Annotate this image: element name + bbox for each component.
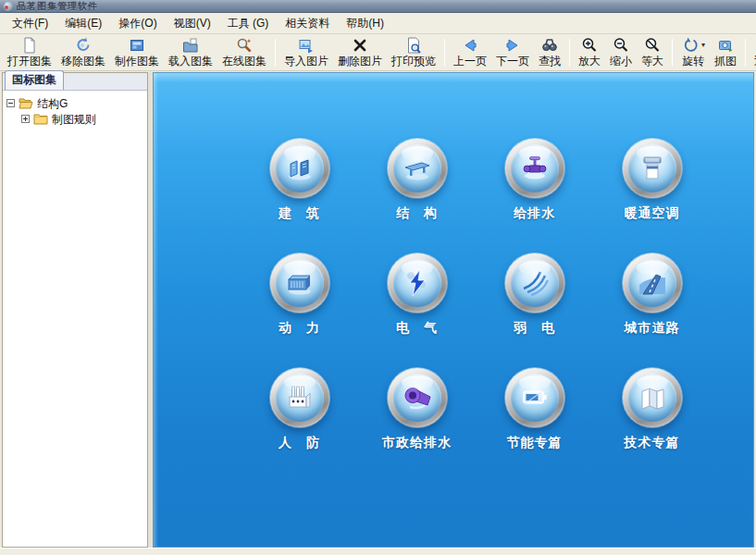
statusbar bbox=[0, 548, 756, 555]
titlebar: 品茗图集管理软件 bbox=[0, 0, 756, 13]
toolbar: 打开图集 移除图集 制作图集 载入图集 在线图集 bbox=[0, 34, 756, 71]
category-button-building[interactable]: 建 筑 bbox=[241, 139, 358, 222]
menu-related-docs[interactable]: 相关资料 bbox=[277, 13, 338, 34]
urban-road-icon bbox=[634, 265, 671, 302]
actual-size-button[interactable]: 等大 bbox=[637, 34, 668, 70]
toolbar-separator bbox=[275, 39, 276, 67]
actual-size-icon bbox=[643, 36, 662, 55]
tree-node-structure-g[interactable]: 结构G bbox=[6, 95, 143, 111]
next-page-button[interactable]: 下一页 bbox=[491, 34, 534, 70]
load-atlas-label: 载入图集 bbox=[168, 55, 213, 68]
make-atlas-label: 制作图集 bbox=[115, 55, 159, 68]
category-button-urban-road[interactable]: 城市道路 bbox=[593, 253, 711, 337]
plumbing-icon bbox=[516, 150, 553, 187]
menu-edit[interactable]: 编辑(E) bbox=[56, 13, 110, 34]
category-label: 人 防 bbox=[279, 435, 320, 451]
orb bbox=[388, 368, 447, 427]
open-atlas-icon bbox=[20, 36, 39, 55]
make-atlas-button[interactable]: 制作图集 bbox=[110, 34, 164, 70]
load-atlas-button[interactable]: 载入图集 bbox=[164, 34, 217, 70]
category-grid: 建 筑 结 构 给排水 bbox=[241, 139, 711, 451]
civil-defense-icon bbox=[281, 379, 318, 416]
menubar: 文件(F) 编辑(E) 操作(O) 视图(V) 工具 (G) 相关资料 帮助(H… bbox=[0, 13, 756, 34]
main-area: 国标图集 结构G 制图规则 bbox=[0, 71, 756, 548]
expand-icon[interactable] bbox=[21, 115, 30, 123]
toolbar-separator bbox=[444, 39, 445, 67]
category-button-structure[interactable]: 结 构 bbox=[358, 139, 476, 222]
category-button-hvac[interactable]: 暖通空调 bbox=[593, 139, 711, 222]
toolbar-separator bbox=[672, 39, 673, 67]
tab-national-standard-atlas[interactable]: 国标图集 bbox=[5, 70, 64, 90]
zoom-in-button[interactable]: 放大 bbox=[574, 34, 605, 70]
collapse-icon[interactable] bbox=[6, 99, 15, 107]
orb bbox=[505, 253, 564, 313]
app-logo-icon bbox=[4, 2, 13, 11]
open-atlas-button[interactable]: 打开图集 bbox=[3, 34, 56, 70]
power-icon bbox=[281, 265, 318, 302]
category-button-electrical[interactable]: 电 气 bbox=[358, 253, 476, 337]
menu-operate[interactable]: 操作(O) bbox=[110, 13, 165, 34]
category-button-power[interactable]: 动 力 bbox=[241, 253, 358, 337]
delete-image-button[interactable]: 删除图片 bbox=[333, 34, 387, 70]
capture-button[interactable]: 抓图 bbox=[710, 34, 741, 70]
category-button-technical[interactable]: 技术专篇 bbox=[593, 368, 711, 451]
actual-size-label: 等大 bbox=[641, 55, 663, 68]
tree-node-drawing-rules[interactable]: 制图规则 bbox=[6, 111, 143, 127]
category-label: 给排水 bbox=[514, 205, 555, 222]
municipal-plumbing-icon bbox=[399, 379, 436, 416]
category-label: 弱 电 bbox=[514, 320, 555, 337]
menu-tools[interactable]: 工具 (G) bbox=[219, 13, 278, 34]
import-image-icon bbox=[297, 36, 316, 55]
remove-atlas-label: 移除图集 bbox=[61, 55, 105, 68]
menu-help[interactable]: 帮助(H) bbox=[338, 13, 392, 34]
category-button-municipal-plumbing[interactable]: 市政给排水 bbox=[358, 368, 476, 451]
rotate-dropdown-caret[interactable] bbox=[701, 42, 705, 49]
technical-icon bbox=[634, 379, 671, 416]
orb bbox=[388, 253, 447, 313]
category-button-plumbing[interactable]: 给排水 bbox=[476, 139, 593, 222]
make-atlas-icon bbox=[128, 36, 146, 55]
category-button-energy-saving[interactable]: 节能专篇 bbox=[476, 368, 593, 451]
next-page-label: 下一页 bbox=[496, 55, 529, 68]
find-icon bbox=[540, 36, 559, 55]
orb bbox=[270, 253, 329, 313]
prev-page-button[interactable]: 上一页 bbox=[449, 34, 491, 70]
category-button-civil-defense[interactable]: 人 防 bbox=[241, 368, 358, 451]
print-preview-button[interactable]: 打印预览 bbox=[387, 34, 440, 70]
open-atlas-label: 打开图集 bbox=[7, 55, 52, 68]
delete-image-icon bbox=[351, 36, 369, 55]
prev-page-icon bbox=[461, 36, 479, 55]
category-label: 技术专篇 bbox=[625, 435, 680, 451]
window-title: 品茗图集管理软件 bbox=[17, 0, 98, 13]
category-label: 电 气 bbox=[396, 320, 438, 337]
remove-atlas-button[interactable]: 移除图集 bbox=[56, 34, 110, 70]
remove-atlas-icon bbox=[74, 36, 93, 55]
online-atlas-button[interactable]: 在线图集 bbox=[217, 34, 271, 70]
sidebar: 国标图集 结构G 制图规则 bbox=[2, 72, 148, 548]
find-button[interactable]: 查找 bbox=[534, 34, 565, 70]
rotate-icon bbox=[681, 36, 700, 55]
category-label: 动 力 bbox=[279, 320, 320, 337]
print-preview-label: 打印预览 bbox=[391, 55, 436, 68]
rotate-label: 旋转 bbox=[682, 55, 704, 68]
menu-file[interactable]: 文件(F) bbox=[4, 13, 56, 34]
structure-icon bbox=[399, 150, 436, 187]
open-folder-icon bbox=[19, 97, 33, 109]
electrical-icon bbox=[399, 265, 436, 302]
prev-page-label: 上一页 bbox=[453, 55, 487, 68]
category-button-weak-current[interactable]: 弱 电 bbox=[476, 253, 593, 337]
orb bbox=[623, 368, 682, 427]
energy-saving-icon bbox=[516, 379, 553, 416]
menu-view[interactable]: 视图(V) bbox=[166, 13, 219, 34]
exit-button[interactable]: 退出 bbox=[750, 34, 756, 70]
rotate-button[interactable]: 旋转 bbox=[676, 34, 710, 70]
find-label: 查找 bbox=[539, 55, 561, 68]
orb bbox=[505, 139, 564, 198]
online-atlas-label: 在线图集 bbox=[222, 55, 266, 68]
category-label: 结 构 bbox=[396, 205, 438, 222]
orb bbox=[270, 368, 329, 427]
import-image-button[interactable]: 导入图片 bbox=[279, 34, 333, 70]
sidebar-tabstrip: 国标图集 bbox=[3, 73, 147, 91]
zoom-out-button[interactable]: 缩小 bbox=[605, 34, 637, 70]
print-preview-icon bbox=[404, 36, 423, 55]
